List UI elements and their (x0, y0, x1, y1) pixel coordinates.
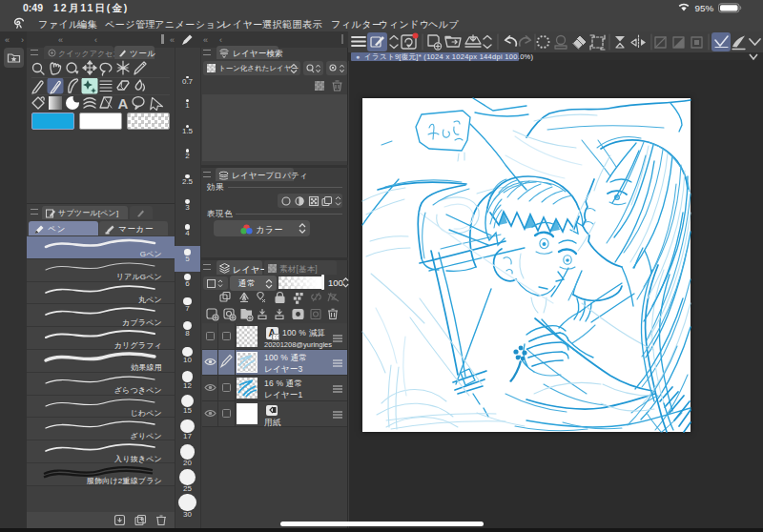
svg-text:95%: 95% (695, 3, 714, 13)
svg-text:A: A (118, 95, 129, 112)
